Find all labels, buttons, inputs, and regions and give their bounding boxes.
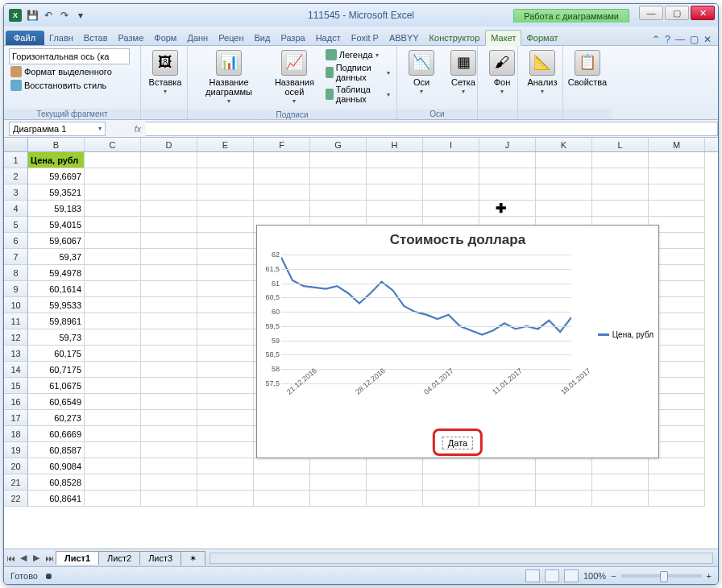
cell[interactable] <box>141 249 197 265</box>
cell[interactable] <box>367 168 423 184</box>
cell[interactable] <box>479 152 536 168</box>
cell[interactable] <box>197 313 254 329</box>
cell[interactable] <box>479 491 536 507</box>
cell[interactable] <box>197 410 254 426</box>
background-button[interactable]: 🖌Фон▾ <box>483 48 521 97</box>
zoom-slider[interactable] <box>621 574 702 578</box>
cell[interactable] <box>197 281 254 297</box>
save-icon[interactable]: 💾 <box>25 8 39 23</box>
cell[interactable] <box>310 184 367 201</box>
sheet-tab[interactable]: Лист1 <box>56 551 99 565</box>
zoom-level[interactable]: 100% <box>583 571 606 581</box>
undo-icon[interactable]: ↶ <box>41 8 56 23</box>
cell[interactable]: 60,8641 <box>28 491 85 507</box>
cell[interactable] <box>197 426 254 442</box>
cell[interactable] <box>141 362 197 378</box>
cell[interactable] <box>197 362 254 378</box>
redo-icon[interactable]: ↷ <box>57 8 72 23</box>
sheet-nav-last[interactable]: ⏭ <box>43 553 56 563</box>
col-header[interactable]: J <box>479 138 536 151</box>
insert-button[interactable]: 🖼Вставка▾ <box>146 48 185 97</box>
row-header[interactable]: 5 <box>4 217 28 233</box>
cell[interactable] <box>85 362 141 378</box>
cell[interactable] <box>85 313 141 329</box>
workbook-min-icon[interactable]: — <box>675 34 685 45</box>
cell[interactable] <box>592 474 649 491</box>
cell[interactable]: 59,37 <box>28 249 85 265</box>
name-box[interactable]: Диаграмма 1▾ <box>9 122 106 136</box>
tab-view[interactable]: Вид <box>250 31 276 45</box>
cell[interactable]: 60,7175 <box>28 362 85 378</box>
cell[interactable] <box>197 184 254 201</box>
cell[interactable] <box>141 168 197 184</box>
cell[interactable] <box>141 442 197 458</box>
cell[interactable] <box>479 184 536 201</box>
cell[interactable] <box>536 152 592 168</box>
format-selection-button[interactable]: Формат выделенного <box>9 65 135 78</box>
cell[interactable] <box>197 346 254 362</box>
cell[interactable]: 60,273 <box>28 410 85 426</box>
cell[interactable]: 59,8961 <box>28 313 85 329</box>
data-table-button[interactable]: Таблица данных ▾ <box>324 84 392 105</box>
col-header[interactable]: I <box>423 138 479 151</box>
cell[interactable] <box>141 217 197 233</box>
tab-format[interactable]: Формат <box>521 31 563 45</box>
tab-abbyy[interactable]: ABBYY <box>384 31 425 45</box>
col-header[interactable]: M <box>649 138 705 151</box>
tab-formulas[interactable]: Форм <box>149 31 182 45</box>
row-header[interactable]: 14 <box>4 362 28 378</box>
cell[interactable]: 59,6067 <box>28 233 85 249</box>
cell[interactable] <box>141 233 197 249</box>
cell[interactable] <box>254 152 310 168</box>
cell[interactable] <box>254 458 310 474</box>
row-header[interactable]: 12 <box>4 329 28 346</box>
line-series[interactable] <box>281 255 571 383</box>
cell[interactable] <box>141 474 197 491</box>
tab-addins[interactable]: Надст <box>311 31 346 45</box>
cell[interactable] <box>85 394 141 410</box>
cell[interactable] <box>649 474 705 491</box>
cell[interactable]: 60,175 <box>28 346 85 362</box>
cell[interactable]: 60,8528 <box>28 474 85 491</box>
row-header[interactable]: 1 <box>4 152 28 168</box>
qat-more-icon[interactable]: ▾ <box>73 8 88 23</box>
cell[interactable] <box>141 313 197 329</box>
worksheet-grid[interactable]: B C D E F G H I J K L M 1Цена, рубл259,6… <box>4 138 718 549</box>
cell[interactable] <box>479 458 536 474</box>
cell[interactable] <box>592 491 649 507</box>
y-axis[interactable]: 57,55858,55959,56060,56161,562 <box>259 255 280 383</box>
cell[interactable] <box>479 474 536 491</box>
cell[interactable] <box>367 184 423 201</box>
workbook-close-icon[interactable]: ✕ <box>703 34 712 45</box>
cell[interactable] <box>141 265 197 281</box>
axes-button[interactable]: 📉Оси▾ <box>402 48 441 97</box>
col-header[interactable]: K <box>536 138 592 151</box>
tab-review[interactable]: Рецен <box>214 31 249 45</box>
minimize-button[interactable]: — <box>639 6 663 20</box>
row-header[interactable]: 18 <box>4 426 28 442</box>
row-header[interactable]: 3 <box>4 184 28 201</box>
cell[interactable] <box>197 474 254 491</box>
cell[interactable] <box>197 249 254 265</box>
row-header[interactable]: 13 <box>4 346 28 362</box>
cell[interactable] <box>197 329 254 346</box>
page-layout-view-button[interactable] <box>545 569 559 582</box>
cell[interactable] <box>367 458 423 474</box>
cell[interactable] <box>85 426 141 442</box>
cell[interactable] <box>536 184 592 201</box>
cell[interactable] <box>141 378 197 394</box>
cell[interactable] <box>367 474 423 491</box>
cell[interactable] <box>310 491 367 507</box>
cell[interactable] <box>85 442 141 458</box>
sheet-nav-next[interactable]: ▶ <box>30 553 43 563</box>
cell[interactable]: 59,3521 <box>28 184 85 201</box>
cell[interactable] <box>197 217 254 233</box>
cell[interactable] <box>649 168 705 184</box>
cell[interactable] <box>85 378 141 394</box>
cell[interactable] <box>85 297 141 313</box>
cell[interactable] <box>423 474 479 491</box>
chart-title-button[interactable]: 📊Название диаграммы▾ <box>193 48 265 107</box>
row-header[interactable]: 21 <box>4 474 28 491</box>
cell[interactable] <box>423 491 479 507</box>
cell[interactable] <box>367 152 423 168</box>
